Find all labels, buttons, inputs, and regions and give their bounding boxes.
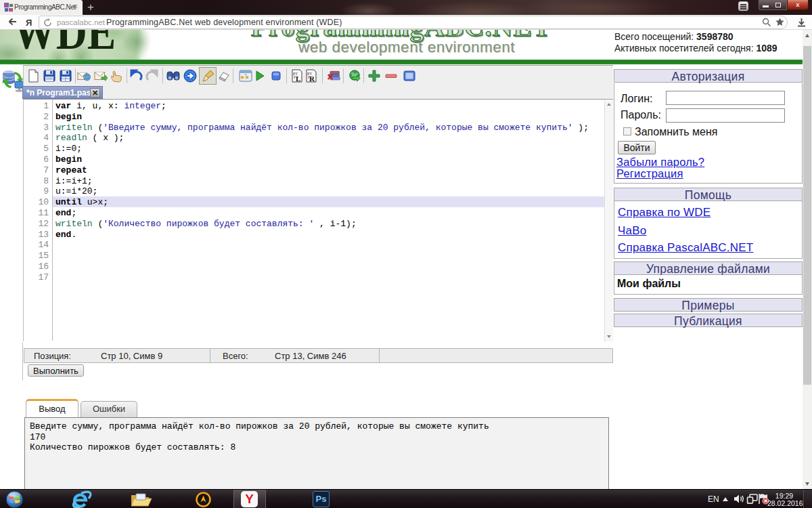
svg-text:R: R [309, 75, 315, 83]
svg-text:L: L [296, 75, 300, 83]
